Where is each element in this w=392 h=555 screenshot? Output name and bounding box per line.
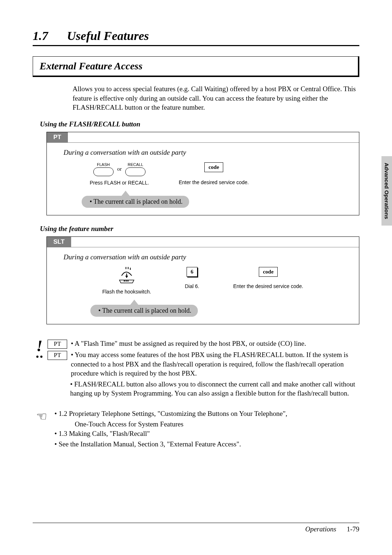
proc1-caption2: Enter the desired service code. [174,179,254,185]
proc2-callout-text: The current call is placed on hold. [102,307,191,314]
pt-badge: PT [48,351,67,360]
proc1-callout: • The current call is placed on hold. [82,196,189,208]
section-number: 1.7 [33,29,48,43]
flash-label: FLASH [97,162,110,167]
page-number: 1-79 [347,525,359,533]
proc2-caption2: Dial 6. [177,283,207,289]
ref-1: • 1.2 Proprietary Telephone Settings, "C… [54,409,287,419]
note-3: • FLASH/RECALL button also allows you to… [70,380,359,398]
flash-button-icon [93,167,114,176]
hookswitch-icon [119,267,135,284]
code-box: code [204,162,223,172]
intro-paragraph: Allows you to access special features (e… [73,84,359,112]
side-tab: Advanced Operations [381,156,392,226]
notes-block: ! PT • A "Flash Time" must be assigned a… [36,339,359,400]
dial-6-box: 6 [187,267,197,277]
svg-rect-7 [127,280,128,281]
proc2-caption1: Flash the hookswitch. [101,289,152,295]
svg-rect-6 [126,280,127,281]
footer-label: Operations [305,525,336,533]
pointer-hand-icon: ☞ [36,409,47,450]
proc2-condition: During a conversation with an outside pa… [64,253,359,261]
feature-title: External Feature Access [40,60,351,72]
recall-button-icon [125,167,146,176]
feature-title-box: External Feature Access [33,56,359,77]
recall-label: RECALL [128,162,143,167]
note-1: • A "Flash Time" must be assigned as req… [71,339,359,348]
proc1-tab: PT [47,132,68,142]
proc2-caption3: Enter the desired service code. [232,283,305,289]
proc1-heading: Using the FLASH/RECALL button [40,120,359,128]
ref-2: • 1.3 Making Calls, "Flash/Recall" [54,429,287,439]
or-text: or [117,166,122,172]
pt-badge: PT [48,340,67,349]
code-box-2: code [259,267,277,277]
proc2-heading: Using the feature number [40,225,359,233]
ref-1b: One-Touch Access for System Features [54,420,287,429]
divider [33,45,359,46]
proc1-condition: During a conversation with an outside pa… [64,149,359,157]
section-title: Useful Features [67,29,149,43]
section-header: 1.7 Useful Features [33,29,359,43]
page-footer: Operations 1-79 [33,523,359,533]
proc1-caption1: Press FLASH or RECALL. [79,180,159,186]
proc1-panel: PT During a conversation with an outside… [46,132,359,215]
proc1-callout-text: The current call is placed on hold. [93,198,182,205]
svg-marker-4 [125,276,128,278]
proc2-tab: SLT [47,237,71,247]
ref-3: • See the Installation Manual, Section 3… [54,439,287,449]
note-2: • You may access some features of the ho… [71,350,359,378]
svg-rect-5 [124,280,125,281]
caution-icon: ! [36,339,42,358]
proc2-callout: • The current call is placed on hold. [90,305,198,317]
references-block: ☞ • 1.2 Proprietary Telephone Settings, … [36,409,359,450]
proc2-panel: SLT During a conversation with an outsid… [46,236,359,324]
